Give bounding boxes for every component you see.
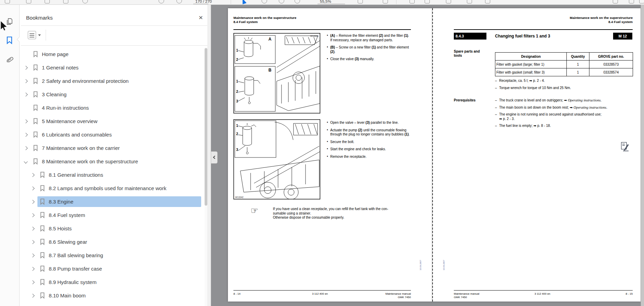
fit-width-icon[interactable] (358, 0, 363, 3)
comment-icon[interactable] (410, 0, 415, 3)
expand-chevron-icon[interactable] (31, 267, 34, 271)
print-icon[interactable] (63, 0, 68, 3)
prerequisites-list: The truck crane is level and on outrigge… (495, 98, 633, 128)
star-icon[interactable] (26, 0, 31, 3)
bullet-item: Close the valve (3) manually. (326, 57, 412, 62)
expand-chevron-icon[interactable] (24, 79, 27, 83)
bookmark-icon (40, 198, 45, 205)
document-scrollbar[interactable] (641, 5, 644, 306)
bookmark-label: 8 Maintenance work on the superstructure (42, 159, 138, 164)
expand-chevron-icon[interactable] (24, 160, 27, 163)
expand-chevron-icon[interactable] (31, 240, 34, 244)
figure-illustration (235, 121, 320, 199)
bookmark-item[interactable]: 8 Maintenance work on the superstructure (20, 155, 205, 168)
bookmarks-icon[interactable] (5, 36, 14, 44)
bookmark-item[interactable]: 8.1 General instructions (20, 168, 205, 182)
expand-chevron-icon[interactable] (24, 146, 27, 150)
bullet-item: Start the engine and check for leaks. (326, 147, 413, 152)
bookmark-item[interactable]: 8.3 Engine (20, 195, 205, 208)
separator[interactable] (231, 0, 231, 4)
callout-number: 2 (236, 132, 238, 136)
expand-chevron-icon[interactable] (31, 294, 34, 297)
save-icon[interactable] (5, 0, 10, 3)
sign-icon[interactable] (446, 0, 451, 3)
bookmark-label: 8.8 Pump transfer case (49, 266, 102, 272)
search-icon[interactable] (82, 0, 88, 3)
note-text: If you have used a clean receptacle, you… (273, 207, 412, 220)
expand-chevron-icon[interactable] (31, 227, 34, 230)
expand-chevron-icon[interactable] (31, 173, 34, 177)
fill-sign-icon[interactable] (613, 0, 618, 3)
highlight-icon[interactable] (425, 0, 430, 3)
cell-part-number: 03328573 (589, 61, 633, 68)
bookmark-item[interactable]: 3 Cleaning (20, 88, 205, 101)
sidebar-rail (0, 5, 20, 306)
bookmark-item[interactable]: 8.4 Fuel system (20, 208, 205, 222)
bookmark-item[interactable]: 2 Safety and environmental protection (20, 74, 205, 88)
share-icon[interactable] (45, 0, 50, 3)
bullet-item: (B) – Screw on a new filter (1) and the … (326, 45, 412, 54)
bookmark-item[interactable]: 8.9 Hydraulic system (20, 275, 205, 289)
download-icon[interactable] (383, 0, 388, 3)
bookmark-item[interactable]: 8.7 Ball slewing bearing (20, 249, 205, 262)
bookmark-item[interactable]: 8.10 Main boom (20, 289, 205, 302)
expand-chevron-icon[interactable] (31, 280, 34, 284)
expand-chevron-icon[interactable] (24, 133, 27, 136)
bookmark-item[interactable]: 5 Maintenance overview (20, 114, 205, 128)
hand-tool-icon[interactable] (262, 0, 267, 3)
attachments-icon (5, 55, 14, 64)
close-icon[interactable] (196, 13, 205, 22)
more-tools-icon[interactable] (639, 0, 644, 3)
collapse-panel-button[interactable] (211, 151, 218, 164)
bookmark-item[interactable]: 8.8 Pump transfer case (20, 262, 205, 275)
bookmark-options-button[interactable] (28, 31, 36, 39)
bookmark-icon (33, 145, 38, 151)
page-header: Maintenance work on the superstructure8.… (564, 16, 633, 24)
attachments-icon[interactable] (5, 55, 14, 64)
bookmark-item[interactable]: 8.6 Slewing gear (20, 235, 205, 249)
bookmark-label: Home page (42, 51, 69, 57)
bookmark-icon (40, 172, 45, 178)
bookmark-icon (33, 78, 38, 84)
send-icon[interactable] (629, 0, 634, 3)
page-thumbnails-icon[interactable] (5, 18, 14, 26)
annotation-note-icon[interactable] (620, 142, 630, 153)
bookmark-item[interactable]: 8.5 Hoists (20, 222, 205, 235)
expand-chevron-icon[interactable] (31, 200, 34, 204)
inset-label-b: B (268, 68, 272, 73)
page-down-icon[interactable] (176, 0, 182, 3)
bookmark-icon (33, 51, 38, 57)
bookmark-label: 8.1 General instructions (49, 172, 103, 178)
bookmark-item[interactable]: 4 Run-in instructions (20, 101, 205, 114)
callout-number: 3 (236, 148, 238, 152)
page-up-icon[interactable] (159, 0, 164, 3)
zoom-out-icon[interactable] (279, 0, 284, 3)
separator[interactable] (396, 0, 396, 4)
bookmark-item[interactable]: 7 Maintenance work on the carrier (20, 141, 205, 155)
expand-chevron-icon[interactable] (31, 186, 34, 190)
pdf-page-left[interactable]: Maintenance work on the superstructure8.… (228, 8, 433, 302)
expand-chevron-icon[interactable] (31, 253, 34, 257)
tools-notes: Receptacle, ca. 5 l; ➡ p. 2 - 4.Torque w… (495, 79, 633, 90)
bookmark-item[interactable]: Home page (20, 47, 205, 61)
figure-w13341: 1 2 1 2 3 A B W13341 (233, 33, 320, 113)
expand-chevron-icon[interactable] (24, 119, 27, 123)
delete-icon[interactable] (467, 0, 472, 3)
pdf-page-right[interactable]: Maintenance work on the superstructure8.… (433, 8, 641, 302)
bookmark-icon (40, 292, 45, 299)
expand-chevron-icon[interactable] (24, 66, 27, 69)
expand-chevron-icon[interactable] (31, 213, 34, 217)
chevron-down-icon[interactable] (38, 34, 41, 36)
select-tool-icon[interactable] (241, 0, 246, 4)
expand-chevron-icon[interactable] (24, 92, 27, 96)
rotate-icon[interactable] (485, 0, 490, 3)
footer-doc-number: 3 112 400 en (520, 292, 565, 296)
bookmark-item[interactable]: 8.2 Lamps and symbols used for maintenan… (20, 182, 205, 195)
panel-splitter[interactable] (207, 5, 211, 306)
panel-scrollbar-thumb[interactable] (205, 48, 207, 206)
bookmark-item[interactable]: 6 Lubricants and consumables (20, 128, 205, 141)
header-rule (454, 29, 633, 30)
bookmark-item[interactable]: 1 General notes (20, 61, 205, 74)
zoom-in-icon[interactable] (295, 0, 300, 3)
bullet-item: Actuate the pump (2) until the consumabl… (326, 128, 413, 137)
